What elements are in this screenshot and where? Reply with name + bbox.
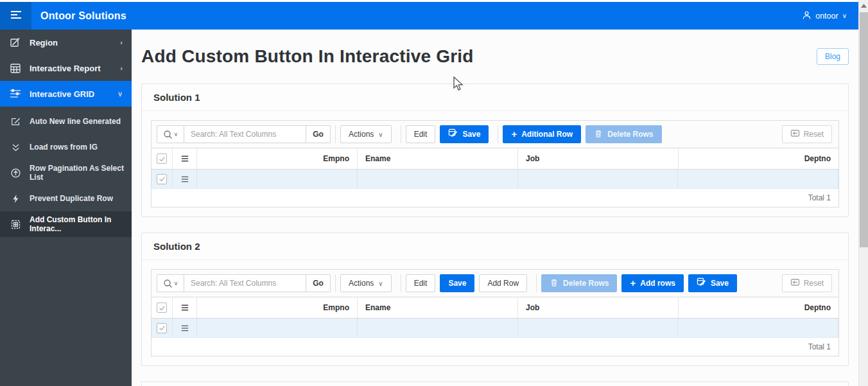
lightning-icon	[11, 194, 21, 204]
reset-button[interactable]: Reset	[782, 274, 832, 292]
actions-menu-button[interactable]: Actions∨	[340, 125, 392, 143]
select-all-cell[interactable]	[152, 148, 173, 169]
save-button[interactable]: Save	[440, 274, 474, 292]
interactive-grid-icon	[10, 88, 21, 100]
reset-button[interactable]: Reset	[782, 125, 832, 143]
sidebar-subitem-prevent-duplicate-row[interactable]: Prevent Duplicate Row	[0, 186, 132, 211]
select-all-cell[interactable]	[152, 297, 173, 318]
region-title: Solution 2	[142, 233, 848, 260]
row-menu-cell[interactable]	[173, 319, 197, 337]
button-label: Reset	[804, 279, 824, 288]
column-header-empno[interactable]: Empno	[197, 297, 358, 318]
go-button[interactable]: Go	[306, 125, 331, 143]
reset-icon	[790, 277, 800, 289]
column-header-deptno[interactable]: Deptno	[679, 148, 838, 169]
grid-header-row: EmpnoEnameJobDeptno	[152, 297, 838, 319]
table-row[interactable]	[152, 170, 838, 189]
edit-button[interactable]: Edit	[406, 274, 436, 292]
sidebar-item-interactive-report[interactable]: Interactive Report›	[0, 55, 132, 81]
plus-icon: +	[511, 129, 517, 139]
delete-rows-button: Delete Rows	[586, 125, 661, 143]
table-row[interactable]	[152, 319, 838, 338]
button-label: Edit	[414, 130, 428, 139]
grid-cell[interactable]	[197, 170, 358, 188]
row-checkbox[interactable]	[157, 174, 167, 184]
chevron-right-icon: ›	[120, 64, 123, 72]
additional-row-button[interactable]: +Aditional Row	[503, 125, 581, 143]
button-label: Aditional Row	[521, 130, 573, 139]
save-button[interactable]: Save	[440, 125, 489, 143]
sidebar-subitem-row-pagination-as-select-list[interactable]: Row Pagination As Select List	[0, 160, 132, 186]
column-header-ename[interactable]: Ename	[358, 148, 518, 169]
add-rows-button[interactable]: +Add rows	[621, 274, 683, 292]
actions-menu-button[interactable]: Actions∨	[340, 274, 392, 292]
column-header-ename[interactable]: Ename	[358, 297, 518, 318]
grid-cell[interactable]	[518, 319, 679, 337]
toolbar-separator	[536, 274, 537, 292]
save-icon	[448, 128, 458, 140]
sidebar-subitem-auto-new-line-generated[interactable]: Auto New line Generated	[0, 109, 132, 134]
grid-cell[interactable]	[358, 319, 518, 337]
search-input[interactable]	[184, 125, 306, 143]
button-label: Edit	[414, 279, 428, 288]
add-row-button[interactable]: Add Row	[479, 274, 527, 292]
grid-cell[interactable]	[518, 170, 679, 188]
arrow-up-circle-icon	[11, 168, 21, 178]
interactive-report-icon	[10, 62, 21, 74]
sidebar-item-region[interactable]: Region›	[0, 30, 132, 55]
vertical-scrollbar[interactable]	[858, 0, 868, 386]
sidebar-item-label: Interactive GRID	[30, 89, 94, 99]
row-menu-cell[interactable]	[173, 170, 197, 188]
row-menu-header-cell[interactable]	[173, 297, 197, 318]
row-checkbox[interactable]	[157, 323, 167, 333]
button-label: Delete Rows	[563, 279, 609, 288]
grid-cell[interactable]	[358, 170, 518, 188]
select-all-checkbox[interactable]	[157, 154, 167, 164]
region-icon	[10, 37, 21, 48]
grid-header-row: EmpnoEnameJobDeptno	[152, 148, 838, 170]
column-header-empno[interactable]: Empno	[197, 148, 358, 169]
button-label: Add rows	[640, 279, 675, 288]
sidebar-item-label: Region	[30, 38, 58, 48]
row-menu-header-cell[interactable]	[173, 148, 197, 169]
select-all-checkbox[interactable]	[157, 303, 167, 313]
scrollbar-thumb[interactable]	[860, 12, 868, 247]
save-button-2[interactable]: Save	[688, 274, 737, 292]
column-header-job[interactable]: Job	[518, 148, 679, 169]
search-column-selector-button[interactable]: ∨	[157, 125, 184, 143]
button-label: Delete Rows	[607, 130, 653, 139]
solution-region-1: Solution 1∨GoActions∨EditSave+Aditional …	[141, 83, 849, 217]
search-input[interactable]	[184, 274, 306, 292]
sidebar-nav: Region›Interactive Report›Interactive GR…	[0, 30, 132, 107]
region-body: ∨GoActions∨EditSave+Aditional RowDelete …	[142, 111, 848, 216]
button-label: Save	[448, 279, 466, 288]
next-region-card	[141, 382, 849, 386]
grid-cell[interactable]	[678, 319, 838, 337]
grid-cell[interactable]	[197, 319, 358, 337]
trash-icon	[594, 129, 603, 140]
row-count-total: Total 1	[808, 193, 831, 202]
toolbar-separator	[335, 125, 336, 143]
chevron-down-icon: ∨	[378, 279, 383, 288]
search-column-selector-button[interactable]: ∨	[157, 274, 184, 292]
sidebar-item-interactive-grid[interactable]: Interactive GRID∨	[0, 81, 132, 107]
grid-cell[interactable]	[678, 170, 838, 188]
sidebar-subitem-add-custom-button-in-interac-[interactable]: Add Custom Button In Interac...	[0, 211, 132, 237]
column-header-job[interactable]: Job	[518, 297, 679, 318]
row-select-cell[interactable]	[152, 170, 173, 188]
row-select-cell[interactable]	[152, 319, 173, 337]
edit-button[interactable]: Edit	[406, 125, 436, 143]
sidebar-subitem-label: Load rows from IG	[30, 143, 98, 152]
column-header-deptno[interactable]: Deptno	[679, 297, 838, 318]
scrollbar-up-arrow[interactable]	[859, 0, 868, 11]
nav-toggle-button[interactable]	[0, 2, 31, 30]
user-menu[interactable]: ontoor ∨	[802, 10, 847, 22]
save-icon	[697, 277, 706, 289]
go-button[interactable]: Go	[306, 274, 331, 292]
blog-button[interactable]: Blog	[817, 48, 849, 65]
person-icon	[802, 10, 812, 22]
plus-icon: +	[630, 278, 636, 288]
title-bar: Add Custom Button In Interactive Grid Bl…	[132, 30, 858, 83]
region-body: ∨GoActions∨EditSaveAdd RowDelete Rows+Ad…	[142, 260, 848, 365]
sidebar-subitem-load-rows-from-ig[interactable]: Load rows from IG	[0, 134, 132, 160]
